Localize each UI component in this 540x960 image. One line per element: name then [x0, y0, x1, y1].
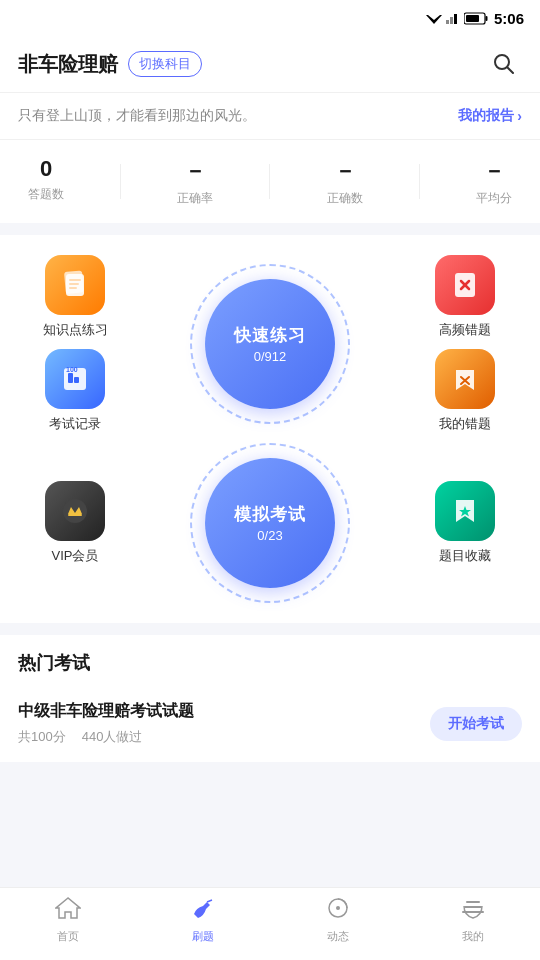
svg-line-9	[508, 68, 514, 74]
nav-profile[interactable]: 我的	[433, 896, 513, 944]
vip-label: VIP会员	[52, 547, 99, 565]
hot-exams-section: 热门考试	[0, 635, 540, 685]
nav-home-label: 首页	[57, 929, 79, 944]
svg-line-27	[207, 900, 212, 902]
svg-rect-4	[454, 14, 457, 24]
knowledge-practice-item[interactable]: 知识点练习	[43, 255, 108, 339]
exam-count: 440人做过	[82, 728, 143, 746]
quick-practice-outer: 快速练习 0/912	[190, 264, 350, 424]
svg-rect-31	[466, 901, 480, 903]
header-left: 非车险理赔 切换科目	[18, 51, 202, 78]
exam-score: 共100分	[18, 728, 66, 746]
svg-rect-25	[68, 514, 82, 516]
stat-avg-score: － 平均分	[476, 156, 512, 207]
start-exam-button[interactable]: 开始考试	[430, 707, 522, 741]
banner-quote: 只有登上山顶，才能看到那边的风光。	[18, 107, 256, 125]
quick-practice-inner[interactable]: 快速练习 0/912	[205, 279, 335, 409]
mock-exam-outer: 模拟考试 0/23	[190, 443, 350, 603]
nav-practice[interactable]: 刷题	[163, 896, 243, 944]
signal-icon	[446, 12, 460, 24]
exam-info: 中级非车险理赔考试试题 共100分 440人做过	[18, 701, 194, 746]
svg-rect-19	[68, 373, 73, 383]
my-errors-icon	[435, 349, 495, 409]
quick-practice-circle[interactable]: 快速练习 0/912	[190, 264, 350, 424]
svg-rect-30	[464, 906, 482, 908]
svg-point-24	[63, 499, 87, 523]
header: 非车险理赔 切换科目	[0, 36, 540, 93]
exam-record-icon: 100	[45, 349, 105, 409]
knowledge-label: 知识点练习	[43, 321, 108, 339]
exam-name: 中级非车险理赔考试试题	[18, 701, 194, 722]
my-errors-label: 我的错题	[439, 415, 491, 433]
search-icon	[493, 53, 515, 75]
stat-correct-count: － 正确数	[327, 156, 363, 207]
favorites-label: 题目收藏	[439, 547, 491, 565]
svg-rect-14	[64, 270, 84, 293]
svg-rect-7	[466, 15, 479, 22]
stat-answer-count: 0 答题数	[28, 156, 64, 207]
practice-icon	[190, 896, 216, 926]
high-freq-icon	[435, 255, 495, 315]
favorites-item[interactable]: 题目收藏	[435, 481, 495, 565]
switch-subject-button[interactable]: 切换科目	[128, 51, 202, 77]
exam-card-0: 中级非车险理赔考试试题 共100分 440人做过 开始考试	[0, 685, 540, 762]
exam-record-item[interactable]: 100 考试记录	[45, 349, 105, 433]
stats-bar: 0 答题数 － 正确率 － 正确数 － 平均分	[0, 140, 540, 223]
banner: 只有登上山顶，才能看到那边的风光。 我的报告 ›	[0, 93, 540, 140]
exam-meta: 共100分 440人做过	[18, 728, 194, 746]
nav-dynamic[interactable]: 动态	[298, 896, 378, 944]
nav-practice-label: 刷题	[192, 929, 214, 944]
svg-text:100: 100	[66, 366, 78, 373]
svg-point-29	[336, 906, 340, 910]
vip-member-item[interactable]: VIP会员	[45, 481, 105, 565]
favorites-icon	[435, 481, 495, 541]
profile-icon	[460, 896, 486, 926]
nav-dynamic-label: 动态	[327, 929, 349, 944]
wifi-icon	[426, 12, 442, 24]
mock-exam-circle[interactable]: 模拟考试 0/23	[190, 443, 350, 603]
nav-home[interactable]: 首页	[28, 896, 108, 944]
status-time: 5:06	[494, 10, 524, 27]
search-button[interactable]	[486, 46, 522, 82]
practice-grid: 知识点练习 快速练习 0/912 高频错题 100	[0, 235, 540, 623]
my-report-link[interactable]: 我的报告 ›	[458, 107, 522, 125]
vip-icon	[45, 481, 105, 541]
svg-rect-3	[450, 17, 453, 24]
stat-accuracy: － 正确率	[177, 156, 213, 207]
svg-rect-2	[446, 20, 449, 24]
high-freq-errors-item[interactable]: 高频错题	[435, 255, 495, 339]
nav-profile-label: 我的	[462, 929, 484, 944]
svg-rect-20	[74, 377, 79, 383]
bottom-nav: 首页 刷题 动态 我的	[0, 887, 540, 960]
status-bar: 5:06	[0, 0, 540, 36]
knowledge-icon	[45, 255, 105, 315]
my-errors-item[interactable]: 我的错题	[435, 349, 495, 433]
mock-exam-inner[interactable]: 模拟考试 0/23	[205, 458, 335, 588]
page-title: 非车险理赔	[18, 51, 118, 78]
high-freq-label: 高频错题	[439, 321, 491, 339]
status-icons	[426, 12, 488, 25]
exam-record-label: 考试记录	[49, 415, 101, 433]
dynamic-icon	[325, 896, 351, 926]
svg-rect-6	[485, 16, 487, 21]
battery-icon	[464, 12, 488, 25]
hot-exams-title: 热门考试	[18, 653, 90, 673]
home-icon	[55, 896, 81, 926]
